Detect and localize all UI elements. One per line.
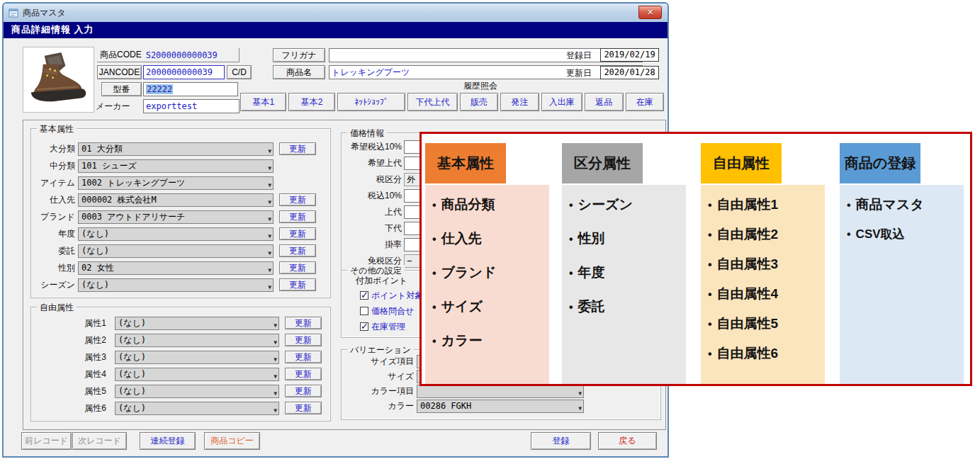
overlay-column-title: 商品の登録 (840, 143, 920, 183)
update-button[interactable]: 更新 (279, 244, 316, 257)
attribute-combobox[interactable]: 02 女性 (78, 261, 274, 275)
bullet-icon: • (708, 256, 712, 273)
attribute-combobox[interactable]: 01 大分類 (78, 142, 274, 156)
update-button[interactable]: 更新 (285, 334, 322, 346)
update-button[interactable]: 更新 (285, 402, 322, 414)
jancode-button[interactable]: JANCODE (97, 65, 142, 79)
continuous-register-button[interactable]: 連続登録 (140, 432, 196, 450)
price-label: 下代 (346, 222, 402, 234)
overlay-bullet-item: •性別 (569, 230, 686, 264)
update-button[interactable]: 更新 (279, 261, 316, 274)
bullet-text: 自由属性4 (717, 285, 779, 302)
attribute-combobox[interactable]: (なし) (115, 351, 279, 364)
screenshot-root: 商品マスタ ✕ 商品詳細情報 入力 (0, 0, 980, 464)
bullet-text: CSV取込 (856, 226, 905, 243)
attribute-label: 委託 (35, 245, 75, 257)
window-titlebar[interactable]: 商品マスタ ✕ (4, 4, 668, 22)
history-tab[interactable]: 下代上代 (407, 93, 457, 111)
basic-attributes-group: 基本属性 大分類 01 大分類 更新 中分類 101 (30, 128, 331, 298)
attribute-combobox[interactable]: (なし) (78, 227, 274, 241)
history-tab[interactable]: 基本2 (288, 93, 334, 111)
checkbox-row: 価格問合せ (360, 303, 423, 319)
free-attributes-rows: 属性1 (なし) 更新 属性2 (なし) 更新 (35, 315, 326, 417)
attribute-combobox[interactable]: (なし) (115, 334, 279, 347)
history-tab[interactable]: 返品 (585, 93, 623, 111)
attribute-row: 大分類 01 大分類 更新 (35, 140, 326, 157)
model-number-button[interactable]: 型番 (101, 82, 142, 96)
product-name-input[interactable]: トレッキングブーツ (329, 65, 643, 79)
history-tab[interactable]: 在庫 (626, 93, 664, 111)
overlay-bullet-item: •サイズ (432, 298, 549, 332)
bullet-text: サイズ (441, 298, 483, 315)
history-tab[interactable]: ﾈｯﾄｼｮｯﾌﾟ (337, 93, 405, 111)
overlay-bullet-item: •自由属性1 (708, 196, 825, 226)
back-button[interactable]: 戻る (598, 432, 657, 450)
attribute-label: 中分類 (35, 160, 75, 172)
attribute-combobox[interactable]: (なし) (115, 317, 279, 330)
attribute-label: 属性1 (35, 317, 106, 329)
overlay-bullet-item: •委託 (569, 298, 686, 332)
bullet-icon: • (432, 197, 437, 214)
attribute-combobox[interactable]: 000002 株式会社M (78, 193, 274, 207)
kana-button[interactable]: フリガナ (273, 48, 325, 62)
attribute-label: アイテム (35, 177, 75, 189)
checkbox[interactable] (360, 322, 368, 331)
history-tab[interactable]: 入出庫 (541, 93, 582, 111)
bullet-icon: • (569, 197, 573, 214)
variation-combobox[interactable]: 00286 FGKH (417, 400, 584, 413)
history-tab[interactable]: 販売 (460, 93, 498, 111)
bullet-text: 年度 (578, 264, 605, 281)
attribute-combobox[interactable]: 0003 アウトドアリサーチ (78, 210, 274, 224)
overlay-column-title: 区分属性 (562, 143, 643, 183)
attribute-combobox[interactable]: (なし) (115, 385, 279, 398)
register-button[interactable]: 登録 (531, 432, 591, 450)
update-button[interactable]: 更新 (279, 278, 316, 291)
attribute-combobox[interactable]: (なし) (115, 368, 279, 381)
attribute-combobox[interactable]: 1002 トレッキングブーツ (78, 176, 274, 190)
checkbox[interactable] (360, 307, 368, 315)
attribute-combobox[interactable]: (なし) (78, 244, 274, 258)
check-digit-button[interactable]: C/D (227, 65, 252, 79)
product-copy-button[interactable]: 商品コピー (204, 432, 260, 450)
price-label: 上代 (346, 206, 402, 218)
maker-label: メーカー (96, 101, 130, 113)
close-icon[interactable]: ✕ (638, 6, 662, 19)
model-number-input[interactable]: 22222 (143, 82, 238, 96)
bullet-icon: • (432, 299, 437, 316)
overlay-bullet-item: •カラー (432, 332, 549, 366)
checkbox[interactable] (360, 291, 368, 300)
overlay-column-body: •商品マスタ•CSV取込 (840, 185, 964, 384)
attribute-row: ブランド 0003 アウトドアリサーチ 更新 (35, 208, 326, 225)
update-button[interactable]: 更新 (285, 317, 322, 329)
jancode-input[interactable]: 2000000000039 (143, 65, 225, 79)
bullet-text: カラー (441, 332, 483, 349)
variation-row: カラー 00286 FGKH (346, 399, 656, 414)
attribute-combobox[interactable]: 101 シューズ (78, 159, 274, 173)
bullet-icon: • (708, 227, 712, 244)
attribute-combobox[interactable]: (なし) (78, 278, 274, 292)
product-code-button[interactable]: 商品CODE S2000000000039 (97, 48, 240, 62)
prev-record-button[interactable]: 前レコード (21, 432, 72, 450)
overlay-column-body: •自由属性1•自由属性2•自由属性3•自由属性4•自由属性5•自由属性6 (701, 185, 825, 384)
bullet-icon: • (847, 197, 851, 214)
update-button[interactable]: 更新 (279, 210, 316, 223)
update-button[interactable]: 更新 (285, 368, 322, 380)
history-tab[interactable]: 基本1 (240, 93, 286, 111)
attribute-combobox[interactable]: (なし) (115, 402, 279, 415)
update-button[interactable]: 更新 (285, 351, 322, 363)
maker-input[interactable]: exporttest (143, 99, 240, 113)
update-button[interactable]: 更新 (279, 227, 316, 240)
variation-combobox[interactable] (417, 385, 584, 398)
attribute-label: 性別 (35, 262, 75, 274)
update-button[interactable]: 更新 (285, 385, 322, 397)
kana-input[interactable] (329, 48, 643, 62)
bullet-text: 商品マスタ (856, 196, 924, 213)
history-tab[interactable]: 発注 (500, 93, 539, 111)
next-record-button[interactable]: 次レコード (72, 432, 127, 450)
overlay-column-body: •シーズン•性別•年度•委託 (562, 185, 686, 384)
product-name-button[interactable]: 商品名 (273, 65, 325, 79)
bullet-icon: • (569, 231, 573, 248)
update-button[interactable]: 更新 (279, 193, 316, 206)
update-button[interactable]: 更新 (279, 142, 316, 155)
bullet-icon: • (708, 286, 712, 303)
